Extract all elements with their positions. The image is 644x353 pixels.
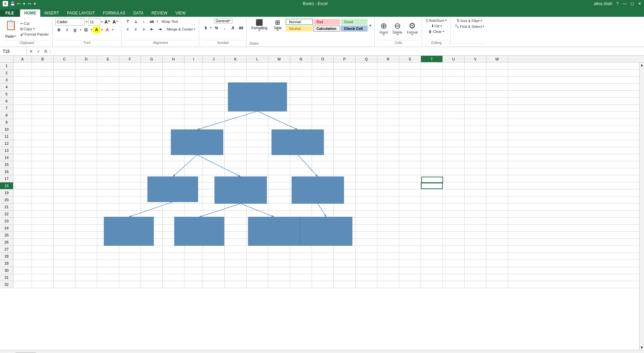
cell-C12[interactable] <box>54 140 75 147</box>
cell-W19[interactable] <box>486 189 508 196</box>
col-header-j[interactable]: J <box>203 56 225 62</box>
cell-W5[interactable] <box>486 91 508 97</box>
cell-N6[interactable] <box>290 98 312 104</box>
cell-K20[interactable] <box>225 196 247 203</box>
cell-B23[interactable] <box>32 218 54 224</box>
cell-T10[interactable] <box>421 126 443 133</box>
cell-T22[interactable] <box>421 211 443 217</box>
cell-G30[interactable] <box>141 267 163 274</box>
row-num-8[interactable]: 8 <box>0 112 13 119</box>
cell-M7[interactable] <box>268 105 290 112</box>
cell-Q23[interactable] <box>356 218 377 224</box>
align-left-btn[interactable]: ≡ <box>124 26 131 33</box>
col-header-o[interactable]: O <box>312 56 334 62</box>
cell-C15[interactable] <box>54 161 75 168</box>
cell-I8[interactable] <box>184 112 203 119</box>
cell-O5[interactable] <box>312 91 334 97</box>
formula-input[interactable] <box>50 47 644 55</box>
cell-T25[interactable] <box>421 232 443 238</box>
cell-W2[interactable] <box>486 70 508 76</box>
cell-E12[interactable] <box>97 140 119 147</box>
cell-U29[interactable] <box>443 260 465 267</box>
cell-I12[interactable] <box>184 140 203 147</box>
cell-M11[interactable] <box>268 133 290 140</box>
cell-A9[interactable] <box>13 119 32 126</box>
cell-H4[interactable] <box>163 84 184 90</box>
cell-R8[interactable] <box>377 112 399 119</box>
cell-V19[interactable] <box>465 189 486 196</box>
cell-U32[interactable] <box>443 281 465 288</box>
cell-C13[interactable] <box>54 147 75 154</box>
cell-A18[interactable] <box>13 182 32 189</box>
cell-A23[interactable] <box>13 218 32 224</box>
cell-B22[interactable] <box>32 211 54 217</box>
cell-P30[interactable] <box>334 267 356 274</box>
cell-W10[interactable] <box>486 126 508 133</box>
cell-C30[interactable] <box>54 267 75 274</box>
cell-H32[interactable] <box>163 281 184 288</box>
col-header-m[interactable]: M <box>268 56 290 62</box>
font-color-dropdown[interactable] <box>112 29 114 31</box>
cell-B21[interactable] <box>32 204 54 210</box>
tab-insert[interactable]: INSERT <box>40 9 63 17</box>
cell-P2[interactable] <box>334 70 356 76</box>
cell-T23[interactable] <box>421 218 443 224</box>
cell-T30[interactable] <box>421 267 443 274</box>
cell-S11[interactable] <box>399 133 421 140</box>
cell-H18[interactable] <box>163 182 184 189</box>
cell-F28[interactable] <box>119 253 141 260</box>
fill-btn[interactable]: ⬇ Fill <box>430 24 443 29</box>
cell-M22[interactable] <box>268 211 290 217</box>
cell-O31[interactable] <box>312 274 334 281</box>
cell-J32[interactable] <box>203 281 225 288</box>
cell-F22[interactable] <box>119 211 141 217</box>
col-header-u[interactable]: U <box>443 56 465 62</box>
cell-T18[interactable] <box>421 182 443 189</box>
cell-H15[interactable] <box>163 161 184 168</box>
cell-N3[interactable] <box>290 77 312 83</box>
cell-H22[interactable] <box>163 211 184 217</box>
cell-N18[interactable] <box>290 182 312 189</box>
cell-R24[interactable] <box>377 225 399 231</box>
cell-B12[interactable] <box>32 140 54 147</box>
cell-A12[interactable] <box>13 140 32 147</box>
cell-D28[interactable] <box>75 253 97 260</box>
cell-F13[interactable] <box>119 147 141 154</box>
col-header-s[interactable]: S <box>399 56 421 62</box>
cell-D26[interactable] <box>75 239 97 246</box>
cell-K7[interactable] <box>225 105 247 112</box>
cell-W16[interactable] <box>486 168 508 175</box>
cell-D17[interactable] <box>75 175 97 182</box>
cell-W3[interactable] <box>486 77 508 83</box>
cell-D13[interactable] <box>75 147 97 154</box>
cell-F15[interactable] <box>119 161 141 168</box>
cell-P24[interactable] <box>334 225 356 231</box>
col-header-w[interactable]: W <box>486 56 508 62</box>
cell-R20[interactable] <box>377 196 399 203</box>
cell-O26[interactable] <box>312 239 334 246</box>
cell-R15[interactable] <box>377 161 399 168</box>
cell-K23[interactable] <box>225 218 247 224</box>
cell-W25[interactable] <box>486 232 508 238</box>
cell-N16[interactable] <box>290 168 312 175</box>
cell-H3[interactable] <box>163 77 184 83</box>
cell-F5[interactable] <box>119 91 141 97</box>
cell-T15[interactable] <box>421 161 443 168</box>
align-bottom-btn[interactable]: ↕ <box>140 18 148 25</box>
cell-G25[interactable] <box>141 232 163 238</box>
tab-view[interactable]: VIEW <box>171 9 190 17</box>
cell-M14[interactable] <box>268 154 290 161</box>
cell-G27[interactable] <box>141 246 163 253</box>
cell-B11[interactable] <box>32 133 54 140</box>
cell-N13[interactable] <box>290 147 312 154</box>
scroll-down-btn[interactable]: ▼ <box>640 346 644 349</box>
cell-E25[interactable] <box>97 232 119 238</box>
cell-W21[interactable] <box>486 204 508 210</box>
cell-J16[interactable] <box>203 168 225 175</box>
format-as-table-btn[interactable]: ⊞ Table <box>270 18 285 32</box>
cell-L6[interactable] <box>247 98 268 104</box>
cell-L13[interactable] <box>247 147 268 154</box>
cell-K8[interactable] <box>225 112 247 119</box>
sort-filter-btn[interactable]: ⇅ Sort & Filter <box>455 18 484 23</box>
cell-T14[interactable] <box>421 154 443 161</box>
